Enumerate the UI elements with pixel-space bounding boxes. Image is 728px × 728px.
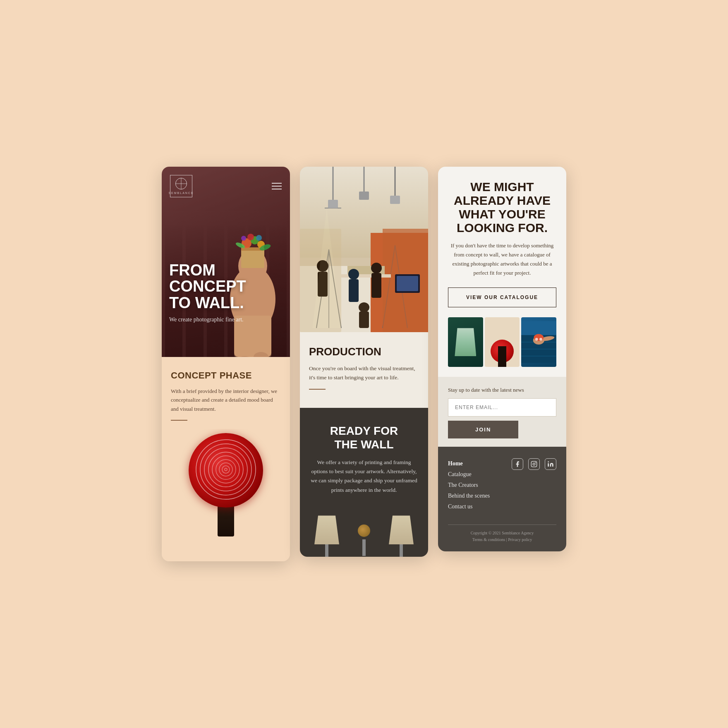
hat-figure — [171, 429, 281, 553]
svg-point-65 — [533, 463, 535, 465]
ready-title: READY FOR THE WALL — [309, 424, 419, 451]
artwork-thumb-3 — [521, 317, 556, 367]
artwork-thumb-2 — [485, 317, 520, 367]
footer-nav-behind[interactable]: Behind the scenes — [448, 491, 490, 501]
logo: SEMBLANCE — [170, 175, 192, 197]
lamps-area — [300, 482, 428, 557]
catalogue-panel: WE MIGHT ALREADY HAVE WHAT YOU'RE LOOKIN… — [438, 167, 566, 377]
footer-nav-contact[interactable]: Contact us — [448, 501, 490, 512]
svg-point-24 — [222, 466, 230, 473]
production-panel: PRODUCTION Once you're on board with the… — [300, 332, 428, 408]
footer-nav-home[interactable]: Home — [448, 458, 490, 469]
artwork-grid — [448, 317, 556, 367]
studio-scene-svg — [300, 167, 428, 332]
hat-spiral — [193, 436, 259, 504]
footer-terms[interactable]: Terms & conditions — [472, 537, 505, 542]
svg-rect-64 — [531, 462, 536, 467]
svg-rect-52 — [397, 276, 418, 291]
hero-title: FROM CONCEPT TO WALL. — [169, 262, 246, 312]
page-wrapper: SEMBLANCE FROM CONCEPT TO WALL. We creat… — [145, 150, 583, 578]
instagram-icon[interactable] — [528, 458, 540, 470]
studio-photo — [300, 167, 428, 332]
catalogue-button[interactable]: VIEW OUR CATALOGUE — [448, 287, 556, 307]
hat-neck — [218, 503, 234, 536]
svg-point-45 — [348, 269, 359, 280]
logo-text: SEMBLANCE — [168, 192, 194, 194]
concept-description: With a brief provided by the interior de… — [171, 387, 281, 413]
concept-divider — [171, 420, 187, 421]
newsletter-email-input[interactable] — [448, 398, 556, 417]
svg-rect-48 — [371, 273, 381, 298]
lamp-base-right — [400, 544, 403, 557]
footer-nav-creators[interactable]: The Creators — [448, 480, 490, 491]
footer-nav: Home Catalogue The Creators Behind the s… — [448, 458, 490, 512]
svg-point-22 — [216, 460, 236, 479]
svg-point-21 — [212, 456, 239, 483]
concept-panel: CONCEPT PHASE With a brief provided by t… — [162, 357, 290, 561]
linkedin-icon[interactable] — [545, 458, 556, 470]
facebook-icon[interactable] — [512, 458, 523, 470]
social-icons — [512, 458, 556, 470]
hero-subtitle: We create photographic fine art. — [169, 316, 246, 324]
svg-point-67 — [548, 462, 549, 463]
svg-rect-29 — [328, 200, 338, 208]
swimmer-svg — [521, 317, 556, 367]
svg-point-19 — [204, 448, 247, 491]
hat-artwork — [184, 433, 267, 549]
lamp-shade-right — [389, 515, 414, 544]
lamp-base-left — [325, 544, 328, 557]
svg-point-18 — [200, 444, 251, 495]
catalogue-title: WE MIGHT ALREADY HAVE WHAT YOU'RE LOOKIN… — [448, 180, 556, 235]
footer-privacy[interactable]: Privacy policy — [508, 537, 532, 542]
svg-point-49 — [359, 302, 369, 312]
hamburger-menu[interactable] — [272, 183, 282, 189]
studio-photo-content — [300, 167, 428, 332]
svg-rect-50 — [359, 311, 369, 328]
hero-panel: SEMBLANCE FROM CONCEPT TO WALL. We creat… — [162, 167, 290, 357]
hero-text: FROM CONCEPT TO WALL. We create photogra… — [169, 262, 246, 324]
svg-rect-31 — [359, 192, 369, 200]
svg-point-8 — [247, 234, 254, 240]
column-3: WE MIGHT ALREADY HAVE WHAT YOU'RE LOOKIN… — [438, 167, 566, 551]
svg-point-9 — [256, 235, 262, 241]
svg-point-17 — [196, 440, 256, 499]
production-title: PRODUCTION — [309, 345, 419, 358]
footer-divider — [448, 524, 556, 525]
svg-point-25 — [225, 468, 227, 471]
svg-point-61 — [534, 334, 544, 341]
svg-point-20 — [208, 452, 243, 487]
concept-title: CONCEPT PHASE — [171, 370, 281, 381]
column-2: PRODUCTION Once you're on board with the… — [300, 167, 428, 557]
artwork-thumb-1 — [448, 317, 483, 367]
lamp-shade-left — [314, 515, 339, 544]
svg-point-66 — [535, 462, 536, 463]
svg-point-47 — [371, 263, 382, 273]
art2-neck — [498, 346, 506, 367]
footer-nav-catalogue[interactable]: Catalogue — [448, 469, 490, 480]
svg-point-62 — [535, 338, 538, 341]
lamp-right — [389, 515, 414, 557]
center-ornament — [352, 524, 376, 557]
svg-point-10 — [241, 236, 246, 241]
lamp-left — [314, 515, 339, 557]
catalogue-description: If you don't have the time to develop so… — [448, 241, 556, 278]
newsletter-join-button[interactable]: JOIN — [448, 421, 518, 438]
column-1: SEMBLANCE FROM CONCEPT TO WALL. We creat… — [162, 167, 290, 561]
production-description: Once you're on board with the visual tre… — [309, 364, 419, 383]
svg-point-23 — [219, 463, 232, 476]
svg-rect-33 — [390, 196, 400, 204]
footer-panel: Home Catalogue The Creators Behind the s… — [438, 447, 566, 551]
hat-brim — [189, 433, 263, 508]
newsletter-panel: Stay up to date with the latest news JOI… — [438, 377, 566, 447]
newsletter-title: Stay up to date with the latest news — [448, 387, 556, 393]
footer-copyright: Copyright © 2021 Semblance Agency Terms … — [448, 530, 556, 543]
production-divider — [309, 389, 326, 390]
logo-icon — [175, 178, 187, 189]
art1-shade — [455, 328, 476, 356]
footer-top-row: Home Catalogue The Creators Behind the s… — [448, 458, 556, 519]
ready-panel: READY FOR THE WALL We offer a variety of… — [300, 408, 428, 557]
hero-nav: SEMBLANCE — [162, 167, 290, 201]
svg-point-63 — [539, 338, 542, 341]
svg-rect-46 — [349, 279, 359, 302]
